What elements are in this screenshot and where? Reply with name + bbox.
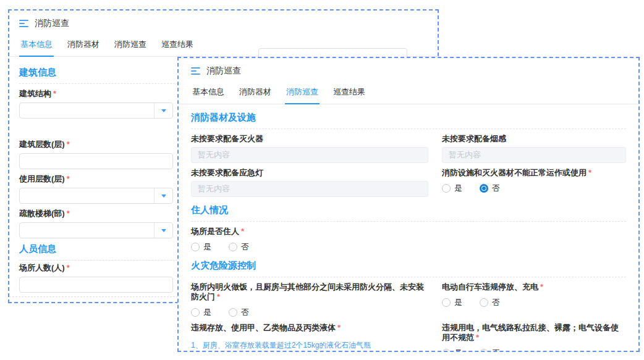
radio-no[interactable]: 否 — [229, 307, 249, 318]
section-title-occupancy: 住人情况 — [191, 204, 626, 222]
radio-circle-icon — [442, 298, 451, 307]
required-mark: * — [588, 168, 591, 177]
tab-fire-equipment[interactable]: 消防器材 — [238, 84, 273, 104]
radio-yes[interactable]: 是 — [442, 297, 462, 308]
required-mark: * — [476, 333, 479, 342]
emergency-light-missing-input: 暂无内容 — [191, 181, 428, 197]
field-hazard-storage: 违规存放、使用甲、乙类物品及丙类液体* 1、厨房、浴室存放装载量超过2个15kg… — [191, 323, 428, 352]
chevron-down-icon — [161, 195, 166, 198]
window-title: 消防巡查 — [206, 65, 241, 77]
radio-yes[interactable]: 是 — [442, 183, 462, 194]
radio-circle-icon — [480, 298, 488, 307]
radio-yes[interactable]: 是 — [191, 241, 211, 253]
building-structure-select[interactable] — [19, 103, 173, 119]
field-smoke-detector: 未按要求配备烟感 暂无内容 — [442, 134, 626, 163]
field-electric-violation: 违规用电，电气线路私拉乱接、裸露；电气设备使用不规范* 是 否 — [442, 323, 626, 352]
field-ebike: 电动自行车违规停放、充电* 是 否 — [442, 282, 626, 318]
required-mark: * — [67, 140, 70, 149]
tab-fire-inspection[interactable]: 消防巡查 — [113, 36, 148, 56]
tab-fire-inspection[interactable]: 消防巡查 — [285, 84, 320, 104]
required-mark: * — [337, 323, 341, 332]
open-fire-label: 场所内明火做饭，且厨房与其他部分之间未采用防火分隔、未安装防火门* — [191, 282, 428, 302]
tab-inspection-result[interactable]: 巡查结果 — [160, 36, 195, 56]
required-mark: * — [53, 89, 56, 98]
evacuation-stairs-select[interactable] — [19, 222, 173, 238]
tab-fire-equipment[interactable]: 消防器材 — [66, 36, 101, 56]
field-open-fire: 场所内明火做饭，且厨房与其他部分之间未采用防火分隔、未安装防火门* 是 否 — [191, 282, 428, 318]
page: 消防巡查 基本信息 消防器材 消防巡查 巡查结果 建筑信息 建筑结构* 建筑层数… — [0, 0, 644, 360]
required-mark: * — [241, 227, 244, 236]
radio-circle-icon — [229, 243, 237, 251]
facility-malfunction-label: 消防设施和灭火器材不能正常运作或使用* — [442, 168, 626, 178]
occupant-count-input[interactable] — [19, 277, 173, 293]
hazard-grid: 场所内明火做饭，且厨房与其他部分之间未采用防火分隔、未安装防火门* 是 否 电动… — [191, 277, 626, 352]
smoke-detector-missing-input: 暂无内容 — [442, 147, 626, 163]
building-floors-input[interactable] — [19, 153, 173, 169]
ebike-radio-group: 是 否 — [442, 297, 626, 308]
equipment-grid: 未按要求配备灭火器 暂无内容 未按要求配备烟感 暂无内容 未按要求配备应急灯 暂… — [191, 129, 626, 197]
menu-fold-icon[interactable] — [191, 67, 200, 75]
menu-fold-icon[interactable] — [19, 20, 28, 27]
ebike-violation-label: 电动自行车违规停放、充电* — [442, 282, 626, 292]
tab-bar: 基本信息 消防器材 消防巡查 巡查结果 — [179, 84, 638, 104]
radio-circle-icon — [191, 243, 200, 251]
required-mark: * — [67, 263, 70, 272]
field-occupied: 场所是否住人* 是 否 — [191, 227, 626, 253]
required-mark: * — [540, 282, 543, 291]
radio-circle-icon — [191, 308, 200, 317]
window-title: 消防巡查 — [35, 18, 69, 29]
occupied-label: 场所是否住人* — [191, 227, 626, 237]
tab-basic-info[interactable]: 基本信息 — [191, 84, 226, 104]
extinguisher-missing-label: 未按要求配备灭火器 — [191, 134, 428, 144]
emergency-light-missing-label: 未按要求配备应急灯 — [191, 168, 428, 178]
radio-no[interactable]: 否 — [480, 348, 500, 352]
used-floors-select[interactable] — [19, 188, 173, 204]
window-header: 消防巡查 — [9, 10, 438, 29]
radio-circle-icon — [442, 184, 451, 193]
radio-checked-icon — [480, 184, 488, 193]
electric-violation-label: 违规用电，电气线路私拉乱接、裸露；电气设备使用不规范* — [442, 323, 626, 343]
select-divider — [154, 103, 155, 118]
hazard-storage-detail-link[interactable]: 1、厨房、浴室存放装载量超过2个15kg的液化石油气瓶 — [191, 340, 371, 351]
required-mark: * — [217, 292, 220, 301]
occupied-radio-group: 是 否 — [191, 241, 626, 253]
radio-no[interactable]: 否 — [229, 241, 249, 253]
smoke-detector-missing-label: 未按要求配备烟感 — [442, 134, 626, 144]
electric-violation-radio-group: 是 否 — [442, 348, 626, 352]
radio-circle-icon — [229, 308, 237, 317]
select-divider — [154, 223, 155, 238]
facility-malfunction-radio-group: 是 否 — [442, 183, 626, 194]
field-facility-malfunction: 消防设施和灭火器材不能正常运作或使用* 是 否 — [442, 168, 626, 197]
required-mark: * — [67, 209, 70, 218]
section-title-fire-hazard-control: 火灾危险源控制 — [191, 260, 626, 277]
radio-yes[interactable]: 是 — [191, 307, 211, 318]
tab-inspection-result[interactable]: 巡查结果 — [332, 84, 366, 104]
field-emergency-light: 未按要求配备应急灯 暂无内容 — [191, 168, 428, 197]
radio-yes[interactable]: 是 — [442, 348, 462, 352]
field-extinguisher: 未按要求配备灭火器 暂无内容 — [191, 134, 428, 163]
fire-inspection-window: 消防巡查 基本信息 消防器材 消防巡查 巡查结果 消防器材及设施 未按要求配备灭… — [177, 57, 640, 352]
open-fire-radio-group: 是 否 — [191, 307, 428, 318]
tab-basic-info[interactable]: 基本信息 — [19, 36, 54, 57]
fire-inspection-content: 消防器材及设施 未按要求配备灭火器 暂无内容 未按要求配备烟感 暂无内容 未按要… — [179, 112, 638, 352]
extinguisher-missing-input: 暂无内容 — [191, 147, 428, 163]
section-title-equipment-facilities: 消防器材及设施 — [191, 112, 626, 129]
select-divider — [154, 188, 155, 203]
hazard-storage-label: 违规存放、使用甲、乙类物品及丙类液体* — [191, 323, 428, 333]
chevron-down-icon — [161, 109, 166, 112]
required-mark: * — [67, 174, 70, 183]
window-header: 消防巡查 — [179, 58, 638, 77]
chevron-down-icon — [161, 229, 166, 232]
radio-no-selected[interactable]: 否 — [480, 183, 500, 194]
radio-circle-icon — [442, 349, 451, 352]
radio-no[interactable]: 否 — [480, 297, 500, 308]
radio-circle-icon — [480, 349, 488, 352]
